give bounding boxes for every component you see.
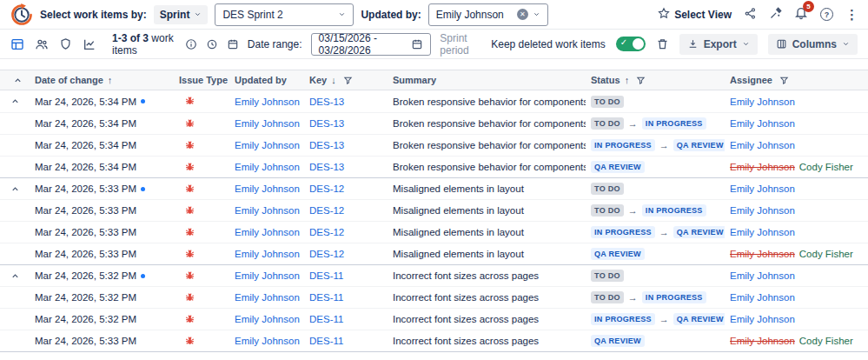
header-date-label: Date of change: [35, 75, 103, 85]
help-icon: ?: [820, 8, 833, 21]
clear-filter-icon[interactable]: ✕: [517, 9, 528, 20]
table-header: Date of change ↑ Issue Type Updated by K…: [0, 70, 868, 90]
issue-key-link[interactable]: DES-12: [309, 249, 344, 259]
issue-key-link[interactable]: DES-12: [309, 205, 344, 216]
assignee-link[interactable]: Emily Johnson: [730, 205, 795, 216]
updated-by-link[interactable]: Emily Johnson: [235, 270, 300, 281]
select-by-dropdown[interactable]: Sprint: [154, 5, 209, 24]
updated-by-link[interactable]: Emily Johnson: [235, 227, 300, 237]
change-date-text: Mar 24, 2026, 5:34 PM: [35, 140, 136, 150]
status-chip: IN PROGRESS: [642, 204, 706, 217]
filter-icon[interactable]: [343, 76, 353, 85]
notifications-button[interactable]: 5: [794, 6, 808, 23]
info-icon[interactable]: [185, 38, 197, 50]
filter-icon[interactable]: [636, 76, 646, 85]
assignee-link[interactable]: Emily Johnson: [730, 183, 795, 194]
issue-key-link[interactable]: DES-12: [309, 227, 344, 237]
trash-icon[interactable]: [656, 37, 669, 50]
export-button[interactable]: Export: [679, 34, 758, 55]
bug-icon: [184, 291, 195, 304]
help-button[interactable]: ?: [820, 8, 833, 21]
assignee-cell: Emily Johnson: [725, 183, 868, 194]
issue-key-link[interactable]: DES-13: [309, 162, 344, 172]
updated-by-link[interactable]: Emily Johnson: [235, 162, 300, 172]
table-view-icon[interactable]: [10, 37, 24, 51]
history-icon[interactable]: [206, 38, 218, 50]
updated-by-link[interactable]: Emily Johnson: [235, 140, 300, 150]
chart-view-icon[interactable]: [83, 37, 96, 51]
summary-cell: Incorrect font sizes across pages: [388, 270, 586, 281]
collapse-all-header[interactable]: [0, 76, 30, 85]
keep-deleted-toggle[interactable]: ✓: [616, 37, 646, 51]
status-chip: TO DO: [591, 183, 624, 195]
collapse-group-icon[interactable]: [10, 184, 20, 194]
assignee-link[interactable]: Emily Johnson: [730, 97, 795, 107]
issue-type-cell: [174, 226, 229, 239]
change-date-cell: Mar 24, 2026, 5:34 PM: [30, 162, 174, 172]
bug-icon: [184, 204, 195, 217]
assignee-cell: Emily Johnson: [725, 227, 868, 237]
issue-key-link[interactable]: DES-11: [309, 292, 343, 303]
change-date-text: Mar 24, 2026, 5:34 PM: [35, 118, 136, 129]
columns-button[interactable]: Columns: [768, 34, 858, 55]
assignee-link[interactable]: Emily Johnson: [730, 314, 795, 324]
share-button[interactable]: [744, 7, 757, 23]
assignee-link[interactable]: Emily Johnson: [730, 292, 795, 303]
more-menu-button[interactable]: ⋮: [845, 7, 858, 23]
assignee-link[interactable]: Emily Johnson: [730, 270, 795, 281]
header-assignee[interactable]: Assignee: [725, 75, 868, 85]
sprint-select[interactable]: DES Sprint 2: [215, 3, 354, 26]
updated-by-link[interactable]: Emily Johnson: [235, 336, 300, 346]
assignee-link[interactable]: Emily Johnson: [730, 140, 795, 150]
kebab-menu-icon: ⋮: [845, 7, 858, 23]
summary-cell: Misaligned elements in layout: [388, 227, 586, 237]
header-updated-by[interactable]: Updated by: [229, 75, 304, 85]
status-arrow-icon: →: [659, 314, 669, 324]
assignee-link[interactable]: Emily Johnson: [730, 118, 795, 129]
select-view-button[interactable]: Select View: [658, 7, 732, 22]
issue-type-cell: [174, 95, 229, 108]
issue-key-link[interactable]: DES-12: [309, 183, 344, 194]
updated-by-link[interactable]: Emily Johnson: [235, 249, 300, 259]
issue-key-link[interactable]: DES-13: [309, 97, 344, 107]
assignee-added: Cody Fisher: [799, 249, 853, 259]
change-date-cell: Mar 24, 2026, 5:34 PM: [30, 118, 174, 129]
view-toolbar: 1-3 of 3 work items Date range: 03/15/20…: [0, 30, 868, 59]
updated-by-link[interactable]: Emily Johnson: [235, 97, 300, 107]
header-date[interactable]: Date of change ↑: [30, 75, 174, 85]
date-range-input[interactable]: 03/15/2026 - 03/28/2026: [311, 33, 432, 56]
issue-key-link[interactable]: DES-11: [309, 336, 343, 346]
issue-key-link[interactable]: DES-13: [309, 140, 344, 150]
issue-type-cell: [174, 161, 229, 174]
summary-cell: Misaligned elements in layout: [388, 183, 586, 194]
issue-key-link[interactable]: DES-11: [309, 314, 343, 324]
updated-by-link[interactable]: Emily Johnson: [235, 292, 300, 303]
updated-by-select[interactable]: Emily Johnson ✕: [428, 3, 548, 26]
header-summary[interactable]: Summary: [388, 75, 586, 85]
status-cell: TO DO: [586, 96, 725, 108]
table-row: Mar 24, 2026, 5:34 PMEmily JohnsonDES-13…: [0, 156, 868, 177]
header-issue-type[interactable]: Issue Type: [174, 75, 229, 85]
change-date-cell: Mar 24, 2026, 5:32 PM: [30, 270, 174, 281]
issue-key-link[interactable]: DES-13: [309, 118, 344, 129]
collapse-group-icon[interactable]: [10, 271, 20, 281]
updated-by-link[interactable]: Emily Johnson: [235, 314, 300, 324]
assignee-link[interactable]: Emily Johnson: [730, 227, 795, 237]
sprint-select-value: DES Sprint 2: [222, 9, 282, 21]
header-status[interactable]: Status ↑: [586, 75, 725, 85]
status-chip: IN PROGRESS: [591, 139, 655, 151]
change-date-text: Mar 24, 2026, 5:33 PM: [35, 205, 136, 216]
updated-by-link[interactable]: Emily Johnson: [235, 183, 300, 194]
bug-icon: [184, 95, 195, 108]
updated-by-link[interactable]: Emily Johnson: [235, 118, 300, 129]
key-cell: DES-12: [304, 227, 388, 237]
shield-view-icon[interactable]: [59, 37, 72, 50]
wand-button[interactable]: [769, 7, 782, 23]
users-view-icon[interactable]: [35, 37, 49, 51]
chevron-down-icon: [338, 10, 346, 18]
header-key[interactable]: Key ↓: [304, 75, 388, 85]
updated-by-link[interactable]: Emily Johnson: [235, 205, 300, 216]
collapse-group-icon[interactable]: [10, 97, 20, 106]
filter-icon[interactable]: [779, 76, 789, 85]
issue-key-link[interactable]: DES-11: [309, 270, 343, 281]
